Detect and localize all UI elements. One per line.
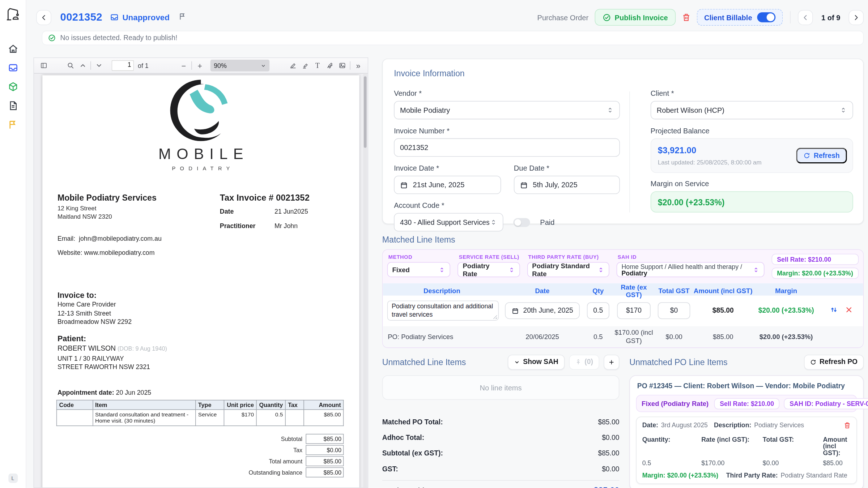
qty-input[interactable]: 0.5 — [587, 302, 609, 319]
zoom-in-icon[interactable]: + — [194, 59, 206, 72]
client-billable-toggle-group[interactable]: Client Billable — [697, 9, 783, 26]
invoice-date-label: Invoice Date * — [394, 164, 501, 172]
client-select[interactable]: Robert Wilson (HCP) — [651, 101, 853, 119]
projected-balance-box: $3,921.00 Last updated: 25/08/2025, 8:00… — [651, 138, 853, 173]
pdf-toolbar: 1 of 1 − + 90% T — [34, 58, 368, 73]
flag-invoice-icon[interactable] — [179, 12, 187, 22]
ink-tool-icon[interactable] — [324, 59, 336, 72]
sidebar-toggle-icon[interactable] — [37, 59, 50, 72]
text-tool-icon[interactable]: T — [311, 59, 324, 72]
refresh-icon — [804, 152, 810, 159]
po-margin-value: Margin: $20.00 (+23.53%) — [642, 472, 719, 479]
swap-rows-icon[interactable] — [829, 305, 838, 316]
remove-line-icon[interactable] — [844, 305, 853, 316]
po-line-footer: Margin: $20.00 (+23.53%) Third Party Rat… — [642, 472, 851, 479]
invoice-number-label: Invoice Number * — [394, 127, 620, 135]
service-rate-select[interactable]: Podiatry Rate — [458, 262, 520, 277]
merge-lines-button[interactable]: (0) — [569, 354, 599, 369]
invoice-number-input[interactable]: 0021352 — [394, 138, 620, 157]
vendor-website: Website: www.mobilepodiatry.com — [58, 249, 155, 256]
nav-icons — [7, 43, 18, 130]
client-billable-switch[interactable] — [757, 12, 775, 22]
vendor-select[interactable]: Mobile Podiatry — [394, 101, 620, 119]
select-chevrons-icon — [840, 107, 847, 114]
table-row: Standard consultation and treatment - Ho… — [57, 410, 344, 426]
divider — [790, 11, 791, 23]
method-select[interactable]: Fixed — [387, 262, 451, 277]
search-icon[interactable] — [64, 59, 76, 72]
no-line-items-placeholder: No line items — [382, 375, 620, 400]
doc-type-label: Purchase Order — [537, 13, 589, 21]
rate-input[interactable]: $170 — [617, 302, 651, 319]
home-icon[interactable] — [7, 43, 18, 54]
add-line-item-button[interactable]: + — [604, 354, 619, 369]
next-page-icon[interactable] — [93, 59, 105, 72]
table-header-row: Code Item Type Unit price Quantity Tax A… — [57, 400, 344, 410]
due-date-picker[interactable]: 5th July, 2025 — [514, 176, 620, 194]
inbox-icon[interactable] — [7, 62, 18, 73]
publish-invoice-button[interactable]: Publish Invoice — [595, 9, 676, 26]
sah-id-select[interactable]: Home Support / Allied health and therapy… — [617, 262, 764, 277]
success-notification: No issues detected. Ready to publish! — [42, 31, 864, 45]
highlighter-tool-icon[interactable] — [299, 59, 311, 72]
unmatched-po-title: Unmatched PO Line Items — [629, 357, 727, 367]
more-tools-icon[interactable]: » — [352, 59, 364, 72]
flag-icon[interactable] — [7, 119, 18, 130]
pdf-page: MOBILE PODIATRY Mobile Podiatry Services… — [42, 75, 359, 488]
vendor-label: Vendor * — [394, 89, 620, 98]
gst-input[interactable]: $0 — [658, 302, 690, 319]
back-button[interactable] — [36, 10, 51, 25]
refresh-po-button[interactable]: Refresh PO — [804, 354, 864, 369]
user-avatar[interactable]: L — [8, 474, 17, 483]
invoice-date-picker[interactable]: 21st June, 2025 — [394, 176, 501, 194]
package-icon[interactable] — [7, 81, 18, 92]
sell-rate-pill: Sell Rate: $210.00 — [771, 254, 859, 265]
description-textarea[interactable]: Podiatry consultation and additional tra… — [387, 301, 499, 321]
delete-invoice-icon[interactable] — [682, 13, 691, 22]
top-bar-actions: Purchase Order Publish Invoice Client Bi… — [537, 9, 864, 26]
rate-method-banner: METHOD Fixed SERVICE RATE (SELL) Podiatr… — [383, 250, 863, 283]
summary-totals: Matched PO Total:$85.00 Adhoc Total:$0.0… — [382, 416, 620, 488]
line-date-picker[interactable]: 20th June, 2025 — [505, 302, 580, 319]
margin-on-service-label: Margin on Service — [651, 180, 853, 188]
account-code-select[interactable]: 430 - Allied Support Services — [394, 213, 503, 231]
signature-tool-icon[interactable] — [287, 59, 299, 72]
pdf-scrollbar[interactable] — [363, 74, 367, 487]
scrollbar-thumb[interactable] — [364, 76, 367, 147]
prev-invoice-button[interactable] — [798, 10, 813, 25]
sah-id-label: SAH ID — [618, 254, 764, 260]
zoom-level-select[interactable]: 90% — [210, 60, 270, 71]
zoom-out-icon[interactable]: − — [178, 59, 190, 72]
previous-page-icon[interactable] — [76, 59, 89, 72]
invoice-number-title: 0021352 — [60, 11, 102, 23]
select-chevrons-icon — [505, 266, 515, 273]
status-label: Unapproved — [122, 13, 170, 22]
matched-line-items-container: METHOD Fixed SERVICE RATE (SELL) Podiatr… — [382, 249, 864, 348]
amount-value: $85.00 — [693, 307, 753, 314]
main-content: 0021352 Unapproved Purchase Order Publis… — [26, 0, 868, 488]
app-logo-crane-icon — [5, 7, 21, 24]
po-sah-id-pill: SAH ID: Podiatry - SERV-0028 — [784, 398, 868, 409]
due-date-label: Due Date * — [514, 164, 620, 172]
page-number-input[interactable]: 1 — [112, 60, 134, 71]
calendar-icon — [520, 181, 528, 189]
chevron-down-icon — [514, 359, 520, 365]
refresh-balance-button[interactable]: Refresh — [796, 148, 847, 163]
notification-message: No issues detected. Ready to publish! — [60, 34, 178, 42]
third-party-rate-select[interactable]: Podiatry Standard Rate — [527, 262, 609, 277]
calendar-icon — [511, 307, 519, 314]
image-tool-icon[interactable] — [336, 59, 348, 72]
calendar-icon — [400, 181, 408, 189]
invoice-items-table: Code Item Type Unit price Quantity Tax A… — [56, 400, 344, 426]
paid-toggle[interactable] — [513, 218, 530, 227]
show-sah-button[interactable]: Show SAH — [507, 354, 565, 369]
invoice-totals: Subtotal$85.00 Tax$0.00 Total amount$85.… — [56, 434, 344, 478]
divider — [382, 480, 620, 481]
status-badge[interactable]: Unapproved — [110, 13, 169, 22]
total-payable-row: Total Payable: $85.00 — [382, 486, 620, 488]
select-chevrons-icon — [490, 219, 497, 226]
next-invoice-button[interactable] — [848, 10, 864, 25]
delete-po-line-icon[interactable] — [844, 421, 851, 430]
document-icon[interactable] — [7, 100, 18, 111]
total-payable-value: $85.00 — [594, 486, 620, 488]
